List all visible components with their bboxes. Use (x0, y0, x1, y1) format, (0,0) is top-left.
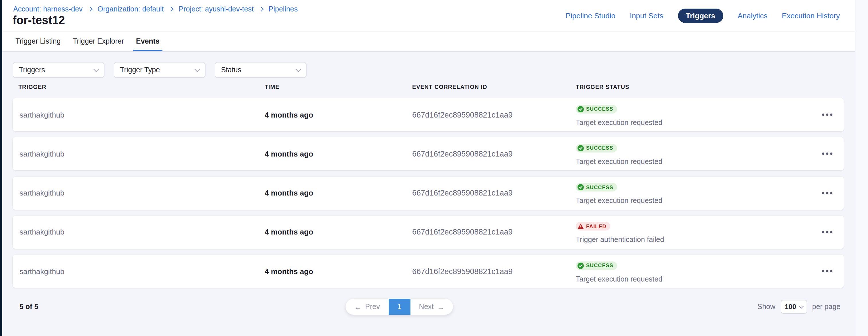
status-badge: FAILED (576, 222, 611, 231)
chevron-down-icon (296, 66, 301, 72)
page-size-dropdown[interactable]: 100 (780, 300, 807, 314)
breadcrumb-separator-icon (259, 7, 264, 12)
nav-triggers[interactable]: Triggers (678, 9, 723, 23)
table-header: TRIGGER TIME EVENT CORRELATION ID TRIGGE… (2, 84, 855, 92)
event-correlation-id: 667d16f2ec895908821c1aa9 (412, 176, 513, 209)
status-badge: SUCCESS (576, 261, 617, 270)
pipeline-nav: Pipeline Studio Input Sets Triggers Anal… (565, 0, 840, 32)
trigger-name: sarthakgithub (20, 255, 64, 288)
triggers-filter-dropdown[interactable]: Triggers (12, 62, 104, 78)
event-correlation-id: 667d16f2ec895908821c1aa9 (412, 137, 513, 171)
column-header-trigger-status: TRIGGER STATUS (576, 84, 629, 90)
check-circle-icon (578, 106, 584, 112)
trigger-name: sarthakgithub (20, 215, 64, 249)
trigger-status-cell: SUCCESS Target execution requested (576, 261, 662, 283)
trigger-status-cell: SUCCESS Target execution requested (576, 182, 662, 205)
row-actions-menu-button[interactable] (822, 98, 832, 131)
nav-execution-history[interactable]: Execution History (782, 11, 840, 20)
row-actions-menu-button[interactable] (822, 255, 832, 288)
per-page-label: per page (812, 303, 840, 311)
results-count: 5 of 5 (20, 299, 38, 315)
prev-label: Prev (365, 303, 380, 311)
status-label: SUCCESS (586, 184, 613, 190)
breadcrumb-link-account[interactable]: Account: harness-dev (13, 5, 83, 13)
nav-analytics[interactable]: Analytics (738, 11, 768, 20)
row-actions-menu-button[interactable] (822, 137, 832, 171)
event-time: 4 months ago (265, 215, 313, 249)
status-message: Target execution requested (576, 197, 662, 205)
prev-page-button[interactable]: ← Prev (346, 299, 389, 315)
events-tabbar: Trigger Listing Trigger Explorer Events (2, 32, 855, 52)
status-label: SUCCESS (586, 106, 613, 112)
status-badge: SUCCESS (576, 144, 617, 153)
chevron-down-icon (194, 66, 200, 72)
triggers-events-page: Account: harness-dev Organization: defau… (0, 0, 868, 336)
trigger-name: sarthakgithub (20, 137, 64, 171)
row-actions-menu-button[interactable] (822, 176, 832, 209)
check-circle-icon (578, 262, 584, 269)
event-correlation-id: 667d16f2ec895908821c1aa9 (412, 215, 513, 249)
main-panel: Account: harness-dev Organization: defau… (2, 0, 856, 336)
check-circle-icon (578, 145, 584, 152)
ellipsis-icon (822, 231, 825, 233)
check-circle-icon (578, 184, 584, 190)
table-row[interactable]: sarthakgithub 4 months ago 667d16f2ec895… (12, 137, 844, 171)
breadcrumb-link-pipelines[interactable]: Pipelines (269, 5, 298, 13)
event-time: 4 months ago (265, 137, 313, 171)
page-size-control: Show 100 per page (757, 299, 840, 315)
table-row[interactable]: sarthakgithub 4 months ago 667d16f2ec895… (12, 176, 844, 209)
event-correlation-id: 667d16f2ec895908821c1aa9 (412, 98, 513, 131)
triggers-filter-label: Triggers (19, 66, 45, 74)
status-message: Trigger authentication failed (576, 236, 664, 244)
trigger-type-filter-label: Trigger Type (120, 66, 160, 74)
table-row[interactable]: sarthakgithub 4 months ago 667d16f2ec895… (12, 215, 844, 249)
status-message: Target execution requested (576, 158, 662, 166)
nav-input-sets[interactable]: Input Sets (630, 11, 663, 20)
page-size-value: 100 (785, 303, 796, 311)
trigger-type-filter-dropdown[interactable]: Trigger Type (114, 62, 206, 78)
status-message: Target execution requested (576, 119, 662, 127)
events-table: sarthakgithub 4 months ago 667d16f2ec895… (12, 98, 844, 288)
tab-events[interactable]: Events (136, 32, 160, 51)
event-time: 4 months ago (265, 176, 313, 209)
event-correlation-id: 667d16f2ec895908821c1aa9 (412, 255, 513, 288)
breadcrumb-separator-icon (169, 7, 174, 12)
ellipsis-icon (822, 192, 825, 194)
page-number-button[interactable]: 1 (389, 299, 410, 315)
tab-trigger-listing[interactable]: Trigger Listing (16, 32, 61, 51)
ellipsis-icon (822, 270, 825, 272)
status-filter-label: Status (221, 66, 241, 74)
next-page-button[interactable]: Next → (410, 299, 453, 315)
status-filter-dropdown[interactable]: Status (215, 62, 307, 78)
collapsed-sidebar[interactable] (0, 0, 2, 336)
event-time: 4 months ago (265, 255, 313, 288)
table-row[interactable]: sarthakgithub 4 months ago 667d16f2ec895… (12, 255, 844, 288)
status-badge: SUCCESS (576, 183, 617, 192)
trigger-status-cell: SUCCESS Target execution requested (576, 143, 662, 166)
row-actions-menu-button[interactable] (822, 215, 832, 249)
table-row[interactable]: sarthakgithub 4 months ago 667d16f2ec895… (12, 98, 844, 131)
ellipsis-icon (822, 113, 825, 116)
status-label: SUCCESS (586, 145, 613, 151)
page-title: for-test12 (12, 14, 65, 27)
nav-pipeline-studio[interactable]: Pipeline Studio (565, 11, 615, 20)
status-badge: SUCCESS (576, 105, 617, 113)
breadcrumb-link-organization[interactable]: Organization: default (98, 5, 164, 13)
status-label: FAILED (586, 224, 607, 229)
trigger-name: sarthakgithub (20, 98, 64, 131)
breadcrumb-separator-icon (88, 7, 92, 12)
arrow-left-icon: ← (354, 303, 362, 310)
next-label: Next (419, 303, 433, 311)
page-header: Account: harness-dev Organization: defau… (2, 0, 855, 32)
status-label: SUCCESS (586, 263, 613, 268)
tab-trigger-explorer[interactable]: Trigger Explorer (73, 32, 124, 51)
status-message: Target execution requested (576, 275, 662, 283)
breadcrumb-link-project[interactable]: Project: ayushi-dev-test (179, 5, 254, 13)
chevron-down-icon (799, 304, 804, 308)
column-header-event-correlation-id: EVENT CORRELATION ID (412, 84, 487, 90)
trigger-name: sarthakgithub (20, 176, 64, 209)
chevron-down-icon (93, 66, 99, 72)
event-time: 4 months ago (265, 98, 313, 131)
column-header-trigger: TRIGGER (19, 84, 46, 90)
breadcrumb: Account: harness-dev Organization: defau… (13, 5, 298, 13)
